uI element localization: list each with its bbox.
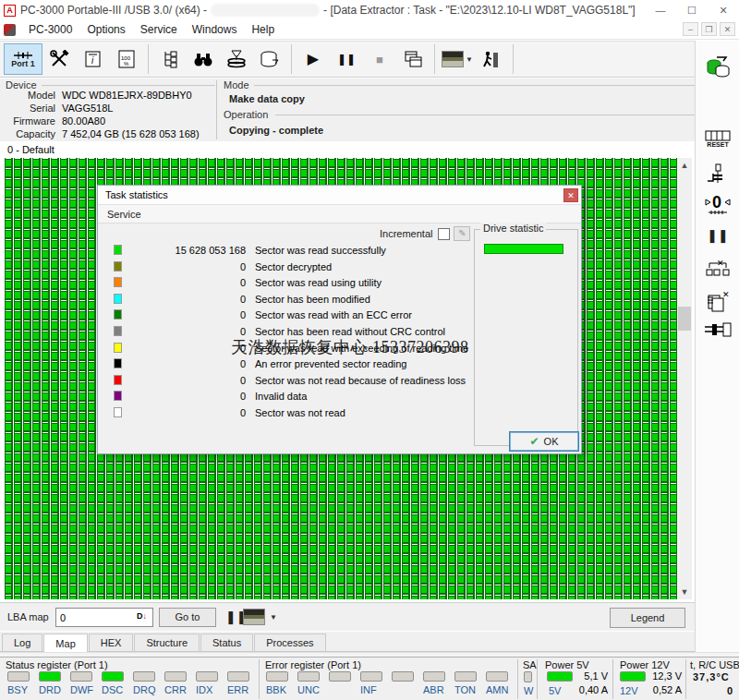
stat-row: 0Sector was read using utility xyxy=(98,275,467,291)
toolbar-separator xyxy=(148,44,149,74)
pause-icon: ❚❚ xyxy=(337,54,356,65)
sata-group-title: SA xyxy=(523,659,537,670)
percent-doc-icon: 100% xyxy=(116,49,137,69)
settings-slider-button[interactable] xyxy=(696,322,739,339)
structure-button[interactable] xyxy=(154,43,186,75)
led-label: ERR xyxy=(227,684,248,695)
mdi-restore-button[interactable]: ❐ xyxy=(701,22,717,36)
stat-color-swatch xyxy=(114,407,122,417)
led-label: DSC xyxy=(102,684,123,695)
device-row-capacity: Capacity7 452,04 GB (15 628 053 168) xyxy=(7,128,200,139)
sata-led-label: W xyxy=(524,685,533,696)
led-label: BSY xyxy=(7,684,28,695)
scroll-up-icon[interactable]: ▲ xyxy=(677,158,692,173)
scrollbar-thumb[interactable] xyxy=(678,307,691,331)
led-label: UNC xyxy=(297,684,320,695)
ok-button-label: OK xyxy=(544,436,559,447)
maximize-button[interactable]: ☐ xyxy=(676,0,708,20)
database-icon xyxy=(259,49,281,69)
dialog-title-bar[interactable]: Task statistics ✕ xyxy=(98,186,581,205)
data-copy-button[interactable] xyxy=(254,43,285,75)
mdi-minimize-button[interactable]: – xyxy=(683,22,698,36)
dialog-close-button[interactable]: ✕ xyxy=(563,188,578,202)
stat-row: 0Sector was not read xyxy=(98,405,467,421)
tab-processes[interactable]: Processes xyxy=(254,634,325,651)
power12-amps: 0,52 A xyxy=(636,684,682,695)
led-dwf xyxy=(70,671,92,682)
stat-value: 0 xyxy=(135,261,246,272)
rail-pause-button[interactable]: ❚❚ xyxy=(696,228,739,243)
copy-database-button[interactable] xyxy=(696,55,739,81)
tab-log[interactable]: Log xyxy=(2,634,42,651)
mdi-close-button[interactable]: ✕ xyxy=(720,22,735,36)
start-button[interactable]: ▶ xyxy=(297,43,329,75)
lba-format-icon[interactable]: D↓ xyxy=(137,611,147,621)
device-row-label: Serial xyxy=(7,103,55,114)
copy-windows-button[interactable] xyxy=(397,43,429,75)
ok-button[interactable]: ✔ OK xyxy=(509,431,579,452)
delete-pages-button[interactable]: ✕ xyxy=(696,290,739,316)
minimize-button[interactable]: — xyxy=(645,0,676,20)
svg-text:%: % xyxy=(124,61,129,66)
filter-map-button[interactable] xyxy=(221,43,252,75)
scroll-down-icon[interactable]: ▼ xyxy=(677,585,692,599)
led-err xyxy=(227,671,249,682)
svg-text:0: 0 xyxy=(712,193,721,211)
tab-structure[interactable]: Structure xyxy=(134,634,200,651)
redacted-blur xyxy=(211,4,320,17)
pc3000-window: A PC-3000 Portable-III /USB 3.0/ (x64) -… xyxy=(0,0,739,700)
led-label: DRQ xyxy=(133,684,155,695)
tab-map[interactable]: Map xyxy=(43,634,87,652)
close-button[interactable]: ✕ xyxy=(708,0,739,20)
log-button[interactable]: i xyxy=(78,43,109,75)
stat-label: Sector has been modified xyxy=(255,294,370,305)
stop-button[interactable]: ■ xyxy=(364,43,395,75)
right-toolbar: 1 RESET 0 ❚❚ ✕ ✕ xyxy=(695,41,739,656)
edit-pencil-icon[interactable]: ✎ xyxy=(454,226,470,241)
dialog-menu-service[interactable]: Service xyxy=(107,209,141,220)
statistics-button[interactable]: 100% xyxy=(111,43,142,75)
map-thumbnail-button[interactable] xyxy=(243,609,265,625)
legend-button[interactable]: Legend xyxy=(610,608,685,628)
funnel-platters-icon xyxy=(225,49,248,69)
divider xyxy=(537,659,538,699)
task-statistics-dialog: Task statistics ✕ Service Incremental ✎ … xyxy=(97,185,582,454)
stat-color-swatch xyxy=(114,277,122,287)
menu-item-service[interactable]: Service xyxy=(133,21,185,38)
chevron-down-icon[interactable]: ▼ xyxy=(270,613,277,622)
search-button[interactable] xyxy=(188,43,219,75)
stat-color-swatch xyxy=(114,358,122,368)
led-dsc xyxy=(102,671,124,682)
menu-item-options[interactable]: Options xyxy=(79,21,132,38)
toolbar-separator xyxy=(513,44,514,74)
led-drq xyxy=(133,671,155,682)
temp-sub-value: 0 xyxy=(727,685,733,696)
stat-value: 0 xyxy=(135,343,246,354)
incremental-checkbox[interactable] xyxy=(438,228,450,240)
utility-tools-button[interactable] xyxy=(44,43,76,75)
divider xyxy=(259,659,260,699)
port1-label: Port 1 xyxy=(11,59,35,68)
port1-button[interactable]: Port 1 xyxy=(4,43,42,75)
goto-button[interactable]: Go to xyxy=(159,608,216,627)
zero-counter-button[interactable]: 0 xyxy=(696,192,739,218)
app-icon: A xyxy=(4,5,16,17)
device-row-model: ModelWDC WD81EJRX-89DBHY0 xyxy=(7,90,192,101)
menu-item-windows[interactable]: Windows xyxy=(185,21,245,38)
device-row-value: 7 452,04 GB (15 628 053 168) xyxy=(62,128,200,139)
map-preview-button[interactable]: ▼ xyxy=(441,43,474,75)
led-label: AMN xyxy=(486,684,508,695)
stat-value: 0 xyxy=(135,309,246,320)
menu-item-pc-3000[interactable]: PC-3000 xyxy=(21,21,79,38)
stat-color-swatch xyxy=(114,391,122,401)
clear-sectors-button[interactable]: ✕ xyxy=(696,259,739,283)
pause-button[interactable]: ❚❚ xyxy=(331,43,362,75)
counter-reset-button[interactable]: 1 RESET xyxy=(696,129,739,148)
map-scrollbar[interactable]: ▲ ▼ xyxy=(677,158,692,599)
tab-status[interactable]: Status xyxy=(200,634,253,651)
head-test-button[interactable] xyxy=(696,163,739,188)
window-title-left: PC-3000 Portable-III /USB 3.0/ (x64) - xyxy=(20,4,207,17)
tab-hex[interactable]: HEX xyxy=(89,634,134,651)
menu-item-help[interactable]: Help xyxy=(244,21,282,38)
processes-button[interactable] xyxy=(476,43,507,75)
